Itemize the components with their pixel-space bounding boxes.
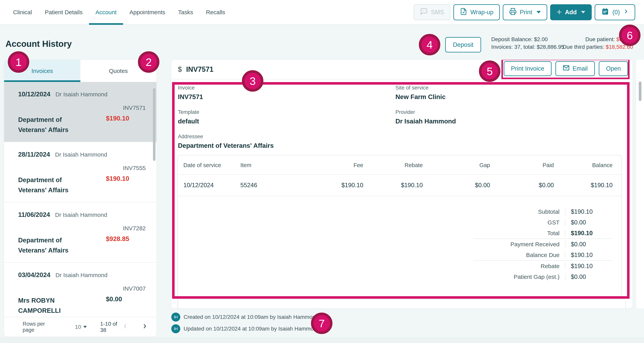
due-summary: Due patient: $61.95 Due third parties: $… [563,35,633,51]
balance-due-value: $190.10 [565,252,612,259]
invoice-list-item[interactable]: 11/06/2024 Dr Isaiah Hammond INV7282 Dep… [4,202,156,263]
site-of-service-label: Site of service [396,85,456,91]
invoice-list-item[interactable]: 28/11/2024 Dr Isaiah Hammond INV7555 Dep… [4,142,156,202]
col-rebate: Rebate [363,155,423,175]
invoices-total-label: Invoices: 37, total: [491,44,535,50]
totals-summary: Subtotal $190.10 GST $0.00 Total $190.10… [473,206,612,282]
tab-invoices[interactable]: Invoices [4,60,80,82]
print-button[interactable]: Print [503,4,547,20]
provider-label: Provider [396,109,456,115]
deposit-button[interactable]: Deposit [445,37,481,52]
invoice-amount: $0.00 [106,296,122,303]
appointments-count-label: (0) [612,9,620,16]
print-invoice-button[interactable]: Print Invoice [504,61,552,76]
invoice-list: 10/12/2024 Dr Isaiah Hammond INV7571 Dep… [4,82,156,317]
invoice-list-item-selected[interactable]: 10/12/2024 Dr Isaiah Hammond INV7571 Dep… [4,82,156,142]
rows-per-page-select[interactable]: 10 [75,324,87,330]
due-third-parties-value: $18,582.60 [606,44,633,50]
next-section-card [178,299,626,308]
balance-due-label: Balance Due [473,252,565,258]
template-field-label: Template [178,109,396,115]
wrap-up-button[interactable]: Wrap-up [454,4,500,20]
created-audit-row: IH Created on 10/12/2024 at 10:09am by I… [171,313,318,322]
main-scrollbar-thumb[interactable] [639,81,642,101]
cell-balance: $190.10 [554,175,621,196]
due-patient-label: Due patient: [586,36,615,42]
print-label: Print [520,9,532,16]
add-button[interactable]: + Add [550,4,592,20]
col-paid: Paid [490,155,554,175]
pagination-next-icon[interactable] [141,322,149,332]
updated-audit-row: IH Updated on 10/12/2024 at 10:09am by I… [171,324,320,333]
add-label: Add [565,9,577,16]
invoice-fields: Invoice INV7571 Template default Address… [178,85,621,158]
table-row: 10/12/2024 55246 $190.10 $190.10 $0.00 $… [178,175,621,196]
open-button[interactable]: Open [599,61,628,76]
nav-tab-patient-details[interactable]: Patient Details [38,0,89,24]
sms-button[interactable]: SMS [414,4,450,20]
wrap-up-label: Wrap-up [470,9,494,16]
nav-tab-appointments[interactable]: Appointments [123,0,172,24]
cell-item: 55246 [240,175,310,196]
list-scrollbar-thumb[interactable] [153,88,156,161]
tab-quotes[interactable]: Quotes [80,60,157,82]
col-gap: Gap [423,155,490,175]
invoice-date: 10/12/2024 [18,90,50,98]
col-item: Item [240,155,310,175]
rows-per-page-label: Rows per page [23,321,53,333]
invoice-addressee: Department of Veterans' Affairs [18,235,82,256]
subtotal-value: $190.10 [565,208,612,215]
nav-tab-recalls[interactable]: Recalls [200,0,232,24]
invoice-detail-panel: $ INV7571 Print Invoice Email Open Invoi… [171,60,632,308]
email-envelope-icon [563,64,570,73]
dollar-icon: $ [178,65,182,73]
rows-per-page-caret-icon [83,326,87,328]
nav-tab-clinical[interactable]: Clinical [7,0,38,24]
patient-gap-label: Patient Gap (est.) [473,274,565,280]
patient-nav-tabs: Clinical Patient Details Account Appoint… [0,0,232,24]
appointments-panel-button[interactable]: (0) [595,4,635,20]
site-of-service-value: New Farm Clinic [396,93,456,101]
invoice-field-value: INV7571 [178,93,396,101]
invoice-provider: Dr Isaiah Hammond [56,272,108,279]
invoices-total-value: $28,886.95 [537,44,564,50]
add-dropdown-caret-icon [581,11,585,13]
cell-date-of-service: 10/12/2024 [178,175,240,196]
pagination-prev-icon[interactable] [121,322,129,332]
cell-fee: $190.10 [310,175,363,196]
invoice-provider: Dr Isaiah Hammond [55,151,107,158]
subtotal-label: Subtotal [473,208,565,215]
invoice-list-panel: Invoices Quotes 10/12/2024 Dr Isaiah Ham… [4,60,156,337]
items-table-header-row: Date of service Item Fee Rebate Gap Paid… [178,155,621,175]
invoice-addressee: Department of Veterans' Affairs [18,175,82,195]
email-button[interactable]: Email [556,61,595,76]
list-pagination: Rows per page 10 1-10 of 38 [4,317,156,337]
invoice-provider: Dr Isaiah Hammond [56,91,108,98]
wrap-up-document-check-icon [460,8,467,17]
avatar: IH [171,313,180,322]
col-date-of-service: Date of service [178,155,240,175]
rebate-label: Rebate [473,263,565,270]
template-field-value: default [178,118,396,125]
addressee-field-value: Department of Veterans' Affairs [178,142,396,149]
invoice-items-table: Date of service Item Fee Rebate Gap Paid… [178,155,621,196]
provider-value: Dr Isaiah Hammond [396,118,456,125]
invoice-detail-title: INV7571 [186,65,214,73]
cell-paid: $0.00 [490,175,554,196]
invoice-date: 11/06/2024 [18,211,50,218]
nav-tab-tasks[interactable]: Tasks [172,0,200,24]
account-balance-summary: Deposit Balance: $2.00 Invoices: 37, tot… [491,35,564,51]
total-value: $190.10 [565,230,612,237]
col-balance: Balance [554,155,621,175]
nav-tab-account[interactable]: Account [89,0,123,24]
annotation-circle-4: 4 [419,34,440,55]
deposit-balance-value: $2.00 [534,36,548,42]
invoice-number: INV7007 [123,285,146,292]
rebate-value: $190.10 [565,263,612,270]
invoice-list-item[interactable]: 03/04/2024 Dr Isaiah Hammond INV7007 Mrs… [4,263,156,317]
updated-audit-text: Updated on 10/12/2024 at 10:09am by Isai… [184,326,320,332]
created-audit-text: Created on 10/12/2024 at 10:09am by Isai… [184,314,318,320]
calendar-icon [601,7,609,17]
sms-bubble-icon [420,7,428,17]
invoice-number: INV7555 [123,165,146,171]
